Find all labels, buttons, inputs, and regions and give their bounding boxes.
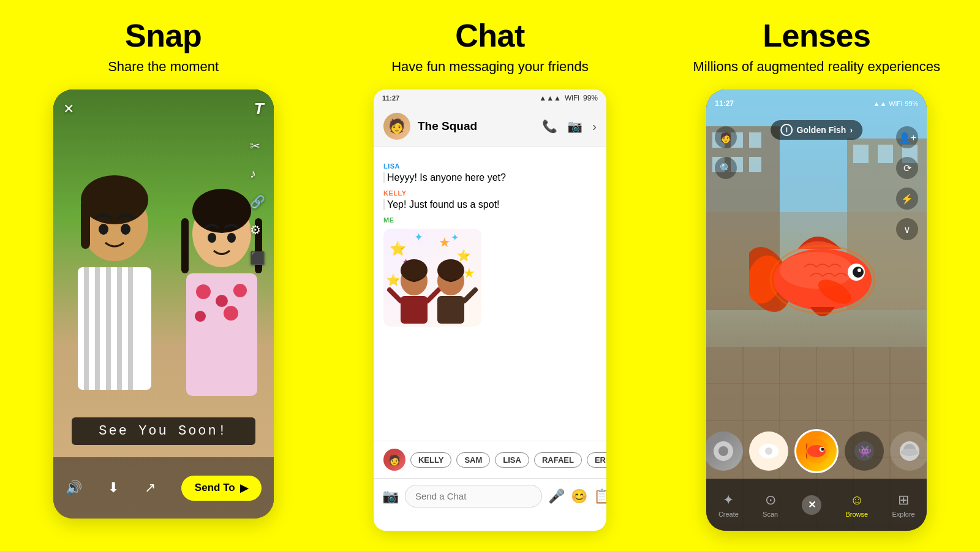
svg-point-17 <box>216 295 228 307</box>
chat-input-field[interactable] <box>405 485 542 507</box>
snap-scissors-icon[interactable]: ✂ <box>250 139 265 153</box>
svg-point-82 <box>901 449 918 456</box>
chat-more-icon[interactable]: › <box>592 120 597 134</box>
svg-line-35 <box>428 290 439 301</box>
svg-text:⭐: ⭐ <box>386 273 401 287</box>
chat-video-icon[interactable]: 📷 <box>567 119 582 134</box>
svg-point-71 <box>718 446 728 456</box>
svg-rect-2 <box>81 200 90 249</box>
snap-share-icon[interactable]: ↗ <box>145 480 156 496</box>
snap-sticker-icon[interactable]: ⚙ <box>250 222 265 237</box>
svg-rect-4 <box>84 267 89 390</box>
lens-chip-fish-active[interactable] <box>794 429 839 473</box>
chat-camera-icon[interactable]: 📷 <box>382 488 399 504</box>
lenses-switch-camera-icon[interactable]: ⟳ <box>896 157 918 179</box>
svg-rect-8 <box>128 267 133 390</box>
snap-text-tool-icon[interactable]: T <box>254 99 264 118</box>
snap-top-bar: ✕ T <box>53 99 274 118</box>
svg-line-34 <box>390 290 401 301</box>
svg-point-18 <box>233 284 247 297</box>
lenses-time: 11:27 <box>715 99 734 108</box>
lenses-search-icon[interactable]: 🔍 <box>715 157 737 179</box>
lens-chip-3[interactable]: 👾 <box>845 431 884 471</box>
chat-phone-icon[interactable]: 📞 <box>542 119 557 134</box>
svg-text:✦: ✦ <box>414 231 423 243</box>
svg-rect-38 <box>437 296 464 324</box>
send-to-arrow-icon: ▶ <box>240 482 248 495</box>
lenses-info-icon[interactable]: i <box>781 124 793 136</box>
lenses-add-friend-icon[interactable]: 👤+ <box>896 126 918 148</box>
chat-sticker-icon[interactable]: 📋 <box>594 488 606 504</box>
svg-point-20 <box>224 306 238 321</box>
chat-signal-icon: ▲▲▲ <box>539 94 561 102</box>
chat-header-actions: 📞 📷 › <box>542 119 597 134</box>
send-to-button[interactable]: Send To ▶ <box>181 476 262 501</box>
chat-emoji-icon[interactable]: 😊 <box>571 488 587 504</box>
lenses-signal-icon: ▲▲ <box>873 100 887 107</box>
snap-person-left <box>59 175 170 457</box>
chat-message-lisa: Heyyy! Is anyone here yet? <box>383 172 597 183</box>
svg-text:⭐: ⭐ <box>390 240 407 257</box>
lenses-explore-label: Explore <box>892 511 914 518</box>
lenses-close-btn[interactable]: ✕ <box>802 495 821 515</box>
svg-point-16 <box>196 284 211 299</box>
svg-point-32 <box>401 259 428 281</box>
chat-mic-icon[interactable]: 🎤 <box>548 488 565 504</box>
lenses-explore-icon: ⊞ <box>898 492 909 508</box>
snap-panel: Snap Share the moment <box>0 0 326 551</box>
snap-title: Snap <box>125 17 202 54</box>
lenses-label-pill: i Golden Fish › <box>771 120 863 140</box>
snap-caption: See You Soon! <box>72 417 255 445</box>
lenses-chevron-down-icon[interactable]: ∨ <box>896 218 918 240</box>
lens-chip-4[interactable] <box>890 431 927 471</box>
lenses-x-icon[interactable]: ✕ <box>802 495 821 515</box>
lenses-browse-label: Browse <box>846 511 869 518</box>
lenses-subtitle: Millions of augmented reality experience… <box>693 59 941 75</box>
snap-link-icon[interactable]: 🔗 <box>250 194 265 209</box>
lenses-fish-ar <box>743 200 890 359</box>
svg-rect-44 <box>749 132 761 148</box>
send-to-label: Send To <box>195 482 235 494</box>
lenses-top-bar: 11:27 ▲▲ WiFi 99% <box>706 99 927 108</box>
lenses-browse-btn[interactable]: ☺ Browse <box>846 492 869 518</box>
svg-point-21 <box>208 233 216 243</box>
lenses-flash-icon[interactable]: ⚡ <box>896 188 918 210</box>
chat-chip-lisa[interactable]: LISA <box>495 452 529 468</box>
chat-phone-wrapper: 11:27 ▲▲▲ WiFi 99% 🧑 The Squad 📞 📷 › <box>339 89 641 539</box>
svg-point-68 <box>858 268 861 272</box>
svg-rect-5 <box>95 267 100 390</box>
lenses-scan-btn[interactable]: ⊙ Scan <box>763 492 778 518</box>
svg-point-1 <box>81 175 148 224</box>
snap-close-icon[interactable]: ✕ <box>63 101 74 117</box>
lenses-panel: Lenses Millions of augmented reality exp… <box>654 0 980 551</box>
chat-group-name: The Squad <box>418 120 477 133</box>
chat-bitmoji-sticker: ⭐ ✦ ★ ⭐ ✦ ✦ ★ ⭐ <box>383 229 481 327</box>
lens-chip-2[interactable] <box>749 431 788 471</box>
lenses-explore-btn[interactable]: ⊞ Explore <box>892 492 914 518</box>
lens-chip-1[interactable] <box>706 431 743 471</box>
snap-right-tools: ✂ ♪ 🔗 ⚙ ⬛ <box>250 139 265 265</box>
chat-chip-erin[interactable]: ERIN <box>587 452 606 468</box>
chat-phone: 11:27 ▲▲▲ WiFi 99% 🧑 The Squad 📞 📷 › <box>374 89 606 531</box>
lenses-scan-label: Scan <box>763 511 778 518</box>
svg-rect-6 <box>106 267 111 390</box>
chat-body: LISA Heyyy! Is anyone here yet? KELLY Ye… <box>374 146 606 441</box>
svg-point-37 <box>437 259 464 281</box>
svg-rect-50 <box>878 145 893 163</box>
snap-subtitle: Share the moment <box>108 59 219 75</box>
snap-download-icon[interactable]: ⬇ <box>108 480 119 496</box>
lenses-battery-label: 99% <box>905 100 918 107</box>
snap-crop-icon[interactable]: ⬛ <box>250 251 265 265</box>
snap-volume-icon[interactable]: 🔊 <box>66 480 82 496</box>
svg-point-19 <box>195 311 206 322</box>
chat-chip-kelly[interactable]: KELLY <box>410 452 451 468</box>
chat-chip-sam[interactable]: SAM <box>456 452 490 468</box>
snap-music-icon[interactable]: ♪ <box>250 167 265 181</box>
chat-chip-rafael[interactable]: RAFAEL <box>534 452 582 468</box>
lenses-create-btn[interactable]: ✦ Create <box>718 492 739 518</box>
snap-phone-wrapper: ✕ T ✂ ♪ 🔗 ⚙ ⬛ See You Soon! 🔊 ⬇ ↗ Send T… <box>12 89 314 539</box>
svg-rect-13 <box>181 218 189 273</box>
lenses-carousel: 👾 <box>706 427 927 476</box>
lenses-bitmoji-avatar[interactable]: 🧑 <box>715 126 737 148</box>
chat-sender-kelly-label: KELLY <box>383 189 597 197</box>
